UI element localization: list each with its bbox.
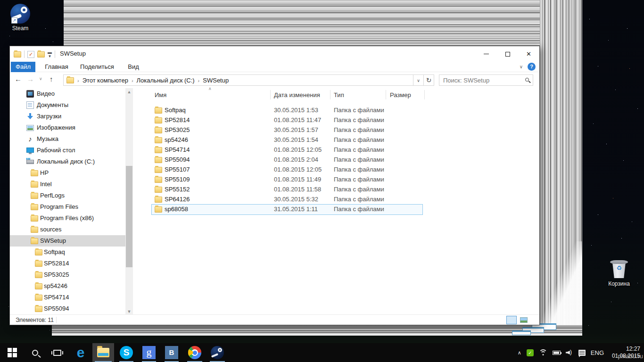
tray-overflow-icon[interactable]: ∧ xyxy=(518,350,521,356)
recent-locations-icon[interactable]: ∨ xyxy=(39,76,42,81)
file-row[interactable]: SP5515201.08.2015 11:58Папка с файлами xyxy=(140,184,537,194)
sidebar-item-label: Program Files (x86) xyxy=(40,213,94,224)
ribbon-tab-file[interactable]: Файл xyxy=(11,62,35,72)
taskbar-search-button[interactable] xyxy=(25,343,44,362)
action-center-icon[interactable] xyxy=(578,350,586,356)
help-icon[interactable]: ? xyxy=(528,63,536,71)
column-header-date[interactable]: Дата изменения xyxy=(274,91,320,99)
scrollbar-thumb[interactable] xyxy=(126,166,132,267)
file-row[interactable]: SP5302530.05.2015 1:57Папка с файлами xyxy=(140,125,537,135)
file-name: SP54714 xyxy=(165,145,190,155)
refresh-button[interactable]: ↻ xyxy=(424,74,434,86)
folder-icon xyxy=(35,306,42,312)
sidebar-item[interactable]: Документы xyxy=(10,99,125,111)
desktop-icon-recycle-bin[interactable]: ♻ Корзина xyxy=(599,258,639,287)
folder-icon xyxy=(155,187,162,193)
sidebar-item[interactable]: Видео xyxy=(10,88,125,99)
address-dropdown-button[interactable]: ∨ xyxy=(413,74,424,86)
details-view-button[interactable] xyxy=(506,316,517,324)
minimize-button[interactable] xyxy=(476,46,497,62)
task-view-button[interactable] xyxy=(47,343,67,362)
sidebar-scrollbar[interactable]: ▲ ▼ xyxy=(125,88,133,315)
start-button[interactable] xyxy=(2,343,23,362)
thumbnails-view-button[interactable] xyxy=(519,316,529,324)
wifi-icon[interactable] xyxy=(539,349,547,356)
file-row[interactable]: Softpaq30.05.2015 1:53Папка с файлами xyxy=(140,105,537,115)
sidebar-item[interactable]: sp54246 xyxy=(10,280,125,292)
up-button[interactable]: ↑ xyxy=(50,75,53,83)
column-header-size[interactable]: Размер xyxy=(390,91,411,99)
ribbon-tab-share[interactable]: Поделиться xyxy=(78,62,116,72)
taskbar-skype-button[interactable]: S xyxy=(117,343,136,362)
sidebar-item[interactable]: HP xyxy=(10,167,125,179)
file-row[interactable]: SP6412630.05.2015 5:32Папка с файлами xyxy=(140,194,537,204)
file-row[interactable]: sp6805831.05.2015 1:11Папка с файлами xyxy=(140,204,537,214)
sidebar-item[interactable]: SWSetup xyxy=(10,235,125,247)
column-header-name[interactable]: Имя xyxy=(155,91,166,99)
sidebar-item[interactable]: Intel xyxy=(10,179,125,190)
file-row[interactable]: SP5281401.08.2015 11:47Папка с файлами xyxy=(140,115,537,125)
file-row[interactable]: SP5509401.08.2015 2:04Папка с файлами xyxy=(140,155,537,165)
taskbar-chrome-button[interactable] xyxy=(185,343,205,362)
sidebar-item[interactable]: PerfLogs xyxy=(10,190,125,201)
file-type: Папка с файлами xyxy=(334,165,384,174)
sidebar-item[interactable]: sources xyxy=(10,224,125,235)
column-header-type[interactable]: Тип xyxy=(334,91,344,99)
battery-icon[interactable] xyxy=(553,351,561,355)
ribbon-tab-home[interactable]: Главная xyxy=(42,62,71,72)
taskbar-edge-button[interactable]: e xyxy=(71,343,91,362)
file-row[interactable]: sp5424630.05.2015 1:54Папка с файлами xyxy=(140,135,537,145)
new-folder-icon[interactable] xyxy=(37,51,45,58)
sidebar-item[interactable]: SP55094 xyxy=(10,303,125,314)
properties-icon[interactable]: ✓ xyxy=(27,51,34,58)
maximize-button[interactable] xyxy=(497,46,518,62)
ribbon-tab-view[interactable]: Вид xyxy=(123,62,144,72)
sidebar-item[interactable]: Softpaq xyxy=(10,247,125,258)
sidebar-item[interactable]: Загрузки xyxy=(10,111,125,122)
file-name: sp54246 xyxy=(165,135,188,145)
language-indicator[interactable]: ENG xyxy=(591,349,604,356)
breadcrumb-item[interactable]: SWSetup xyxy=(203,77,229,84)
sidebar-item[interactable]: Изображения xyxy=(10,122,125,133)
volume-icon[interactable] xyxy=(566,349,573,356)
taskbar-explorer-button[interactable] xyxy=(92,343,114,362)
address-field[interactable]: ›Этот компьютер›Локальный диск (C:)›SWSe… xyxy=(63,74,413,86)
search-box[interactable] xyxy=(439,74,533,86)
taskbar-clock[interactable]: 12:27 01.08.2015 pikabu.ru xyxy=(609,346,640,360)
ribbon-collapse-icon[interactable]: ∨ xyxy=(520,64,523,69)
sidebar-item[interactable]: ♪Музыка xyxy=(10,133,125,145)
forward-button[interactable]: → xyxy=(27,75,34,83)
folder-icon xyxy=(155,127,162,133)
taskbar-google-button[interactable]: g xyxy=(140,343,158,362)
desktop-icon-steam[interactable]: ↗ Steam xyxy=(0,4,41,32)
chrome-icon xyxy=(188,346,201,359)
sidebar-item[interactable]: SP54714 xyxy=(10,292,125,303)
scroll-up-icon[interactable]: ▲ xyxy=(125,88,133,96)
sidebar-item[interactable]: Program Files xyxy=(10,201,125,213)
breadcrumb-item[interactable]: Этот компьютер xyxy=(83,77,128,84)
sidebar-item[interactable]: Рабочий стол xyxy=(10,145,125,156)
file-date: 01.08.2015 11:47 xyxy=(274,115,321,125)
file-row[interactable]: SP5510901.08.2015 11:49Папка с файлами xyxy=(140,174,537,184)
search-input[interactable] xyxy=(443,75,519,85)
title-bar[interactable]: ✓ ▬▾ SWSetup ✕ xyxy=(10,46,539,62)
close-button[interactable]: ✕ xyxy=(518,46,539,62)
antivirus-icon[interactable]: ✓ xyxy=(527,349,534,356)
breadcrumb-item[interactable]: Локальный диск (C:) xyxy=(137,77,195,84)
file-row[interactable]: SP5471401.08.2015 12:05Папка с файлами xyxy=(140,145,537,155)
sidebar-item[interactable]: SP52814 xyxy=(10,258,125,269)
taskbar-vk-button[interactable]: В xyxy=(162,343,181,362)
sidebar-item[interactable]: Program Files (x86) xyxy=(10,213,125,224)
clock-time: 12:27 xyxy=(609,346,640,353)
folder-icon xyxy=(155,157,162,163)
file-date: 01.08.2015 11:58 xyxy=(274,184,321,194)
qat-customize-icon[interactable]: ▬▾ xyxy=(48,50,52,58)
back-button[interactable]: ← xyxy=(15,75,22,83)
file-row[interactable]: SP5510701.08.2015 12:05Папка с файлами xyxy=(140,165,537,174)
file-name: SP64126 xyxy=(165,194,190,204)
sidebar-item[interactable]: SP53025 xyxy=(10,269,125,280)
folder-icon[interactable] xyxy=(14,51,21,58)
sidebar-item-label: Рабочий стол xyxy=(37,145,75,156)
taskbar-steam-button[interactable] xyxy=(207,343,227,362)
sidebar-item[interactable]: Локальный диск (C:) xyxy=(10,156,125,167)
